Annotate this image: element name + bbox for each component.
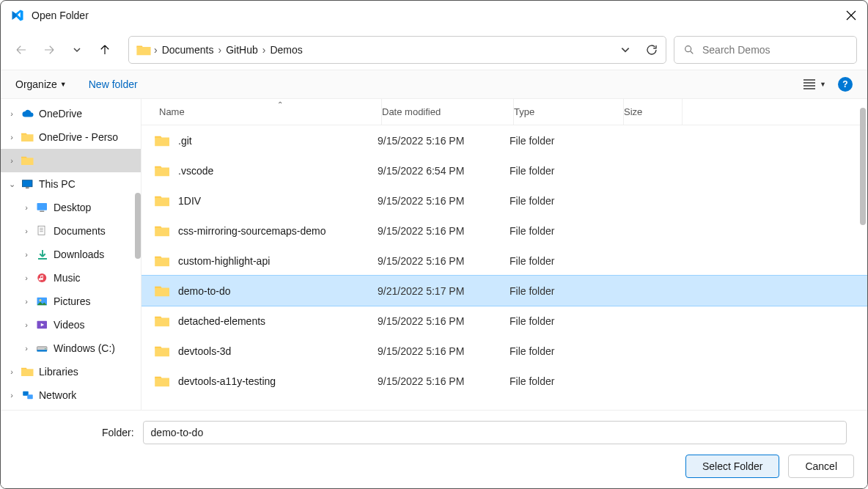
new-folder-button[interactable]: New folder	[89, 78, 138, 90]
file-name: 1DIV	[178, 195, 201, 207]
file-name: devtools-3d	[178, 345, 231, 357]
folder-icon	[155, 284, 171, 298]
tree-label: Desktop	[54, 202, 91, 213]
sort-arrow-icon: ⌃	[277, 100, 283, 109]
file-type: File folder	[510, 195, 619, 207]
column-headers: ⌃ Name Date modified Type Size	[141, 99, 867, 125]
file-name: custom-highlight-api	[178, 255, 270, 267]
expand-icon[interactable]: ›	[21, 344, 32, 353]
sidebar-scrollbar[interactable]	[135, 193, 141, 259]
close-icon[interactable]	[845, 10, 857, 21]
file-date: 9/21/2022 5:17 PM	[378, 285, 510, 297]
svg-rect-3	[26, 188, 29, 189]
tree-label: OneDrive - Perso	[39, 131, 118, 143]
breadcrumb-documents[interactable]: Documents	[158, 44, 218, 56]
tree-item[interactable]: ›	[1, 149, 141, 172]
file-date: 9/15/2022 5:16 PM	[378, 345, 510, 357]
file-row[interactable]: custom-highlight-api9/15/2022 5:16 PMFil…	[141, 246, 867, 276]
tree-item[interactable]: ›Documents	[1, 219, 141, 243]
file-row[interactable]: .git9/15/2022 5:16 PMFile folder	[141, 125, 867, 155]
chevron-down-icon[interactable]	[620, 45, 630, 55]
select-folder-button[interactable]: Select Folder	[685, 455, 779, 478]
tree-item[interactable]: ›Videos	[1, 313, 141, 337]
folder-icon	[155, 254, 171, 268]
titlebar: Open Folder	[1, 1, 867, 30]
expand-icon[interactable]: ›	[21, 320, 32, 329]
file-row[interactable]: css-mirroring-sourcemaps-demo9/15/2022 5…	[141, 216, 867, 246]
svg-rect-4	[37, 203, 48, 210]
expand-icon[interactable]: ›	[7, 367, 17, 376]
filelist-scrollbar[interactable]	[860, 108, 866, 225]
tree-label: Music	[54, 272, 81, 284]
toolbar: Organize▼ New folder ▼ ?	[1, 70, 867, 99]
address-bar[interactable]: › Documents › GitHub › Demos	[128, 36, 666, 64]
tree-item[interactable]: ›Windows (C:)	[1, 337, 141, 360]
view-button[interactable]: ▼	[803, 79, 826, 89]
file-row[interactable]: demo-to-do9/21/2022 5:17 PMFile folder	[141, 276, 867, 306]
folder-icon	[155, 375, 171, 388]
folder-input[interactable]	[143, 421, 847, 444]
tree-item[interactable]: ›OneDrive - Perso	[1, 125, 141, 149]
expand-icon[interactable]: ›	[7, 391, 17, 400]
expand-icon[interactable]: ›	[7, 109, 17, 118]
forward-button[interactable]	[39, 40, 59, 60]
tree-item[interactable]: ›Music	[1, 266, 141, 290]
up-button[interactable]	[95, 40, 115, 60]
search-box[interactable]	[674, 36, 857, 64]
tree-item[interactable]: ›Downloads	[1, 243, 141, 266]
nav-row: › Documents › GitHub › Demos	[1, 30, 867, 70]
file-row[interactable]: detached-elements9/15/2022 5:16 PMFile f…	[141, 306, 867, 336]
file-row[interactable]: devtools-3d9/15/2022 5:16 PMFile folder	[141, 336, 867, 366]
expand-icon[interactable]: ›	[21, 227, 32, 235]
folder-icon	[155, 164, 171, 177]
expand-icon[interactable]: ⌄	[7, 180, 17, 189]
file-name: detached-elements	[178, 315, 265, 327]
tree-label: Network	[39, 389, 76, 401]
tree-item[interactable]: ›OneDrive	[1, 102, 141, 125]
tree-label: OneDrive	[39, 108, 82, 120]
svg-rect-13	[37, 350, 48, 351]
file-date: 9/15/2022 5:16 PM	[378, 375, 510, 387]
help-icon[interactable]: ?	[838, 77, 853, 92]
tree-label: Libraries	[39, 366, 78, 378]
expand-icon[interactable]: ›	[7, 133, 17, 141]
file-type: File folder	[510, 255, 619, 267]
expand-icon[interactable]: ›	[21, 273, 32, 282]
tree-item[interactable]: ⌄This PC	[1, 172, 141, 196]
expand-icon[interactable]: ›	[21, 250, 32, 259]
file-name: devtools-a11y-testing	[178, 375, 276, 387]
search-input[interactable]	[702, 44, 847, 56]
expand-icon[interactable]: ›	[21, 297, 32, 306]
column-name[interactable]: Name	[155, 99, 382, 125]
tree-label: Downloads	[54, 249, 104, 260]
column-date[interactable]: Date modified	[382, 99, 514, 125]
file-type: File folder	[510, 165, 619, 177]
svg-point-9	[40, 299, 42, 301]
recent-dropdown[interactable]	[67, 40, 87, 60]
expand-icon[interactable]: ›	[21, 203, 32, 212]
svg-point-0	[685, 46, 691, 52]
svg-point-12	[45, 348, 46, 350]
expand-icon[interactable]: ›	[7, 156, 17, 165]
column-type[interactable]: Type	[514, 99, 624, 125]
svg-rect-5	[40, 211, 44, 213]
file-date: 9/15/2022 5:16 PM	[378, 135, 510, 147]
tree-item[interactable]: ›Libraries	[1, 360, 141, 383]
tree-label: Documents	[54, 225, 106, 237]
cancel-button[interactable]: Cancel	[788, 455, 854, 478]
tree-item[interactable]: ›Network	[1, 383, 141, 407]
file-row[interactable]: devtools-a11y-testing9/15/2022 5:16 PMFi…	[141, 366, 867, 396]
refresh-icon[interactable]	[645, 43, 658, 56]
file-row[interactable]: 1DIV9/15/2022 5:16 PMFile folder	[141, 185, 867, 216]
breadcrumb-github[interactable]: GitHub	[221, 44, 262, 56]
rows: .git9/15/2022 5:16 PMFile folder.vscode9…	[141, 125, 867, 410]
breadcrumb-demos[interactable]: Demos	[265, 44, 306, 56]
tree-item[interactable]: ›Desktop	[1, 196, 141, 219]
organize-button[interactable]: Organize▼	[15, 78, 67, 90]
file-row[interactable]: .vscode9/15/2022 6:54 PMFile folder	[141, 155, 867, 185]
file-type: File folder	[510, 375, 619, 387]
column-size[interactable]: Size	[624, 99, 683, 125]
svg-rect-15	[27, 394, 33, 399]
back-button[interactable]	[11, 40, 32, 60]
tree-item[interactable]: ›Pictures	[1, 290, 141, 313]
